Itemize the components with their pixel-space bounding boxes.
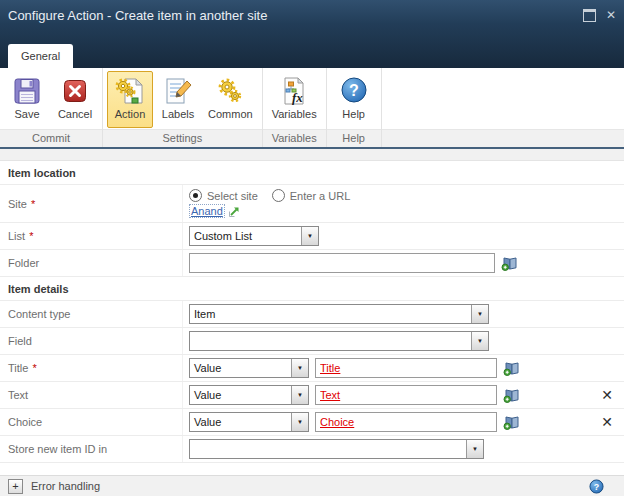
common-button[interactable]: Common	[203, 71, 258, 128]
ribbon-group-settings: Action Labels	[103, 68, 263, 147]
chevron-down-icon[interactable]	[291, 413, 308, 431]
required-asterisk: *	[29, 230, 33, 242]
lookup-icon[interactable]	[503, 415, 521, 430]
content-type-label: Content type	[0, 301, 183, 327]
save-icon	[11, 75, 43, 107]
action-label: Action	[115, 108, 146, 120]
group-label-variables: Variables	[263, 129, 326, 147]
required-asterisk: *	[31, 198, 35, 210]
help-label: Help	[342, 108, 365, 120]
site-link[interactable]: Anand	[189, 204, 225, 218]
choice-label: Choice	[0, 409, 183, 435]
field-row: Field	[0, 328, 624, 355]
list-label: List *	[0, 223, 183, 249]
store-item-id-row: Store new item ID in	[0, 436, 624, 463]
ribbon: Save Cancel Commit	[0, 68, 624, 149]
tab-general[interactable]: General	[8, 44, 73, 68]
remove-row-icon[interactable]	[597, 414, 617, 430]
lookup-icon[interactable]	[501, 256, 519, 271]
site-label: Site *	[0, 185, 183, 222]
store-item-id-label: Store new item ID in	[0, 436, 183, 462]
folder-input[interactable]	[189, 253, 495, 273]
labels-label: Labels	[162, 108, 194, 120]
chevron-down-icon[interactable]	[291, 359, 308, 377]
save-label: Save	[14, 108, 39, 120]
list-row: List * Custom List	[0, 223, 624, 250]
title-row: Title * Value	[0, 355, 624, 382]
text-value-input[interactable]	[315, 385, 497, 405]
error-handling-bar: Error handling ?	[0, 475, 624, 496]
enter-url-radio[interactable]: Enter a URL	[272, 189, 351, 202]
close-icon[interactable]: ✕	[606, 9, 616, 21]
title-source-select[interactable]: Value	[189, 358, 309, 378]
chevron-down-icon[interactable]	[471, 332, 488, 350]
expand-icon[interactable]	[8, 479, 23, 494]
choice-source-select[interactable]: Value	[189, 412, 309, 432]
section-heading-item-location: Item location	[0, 161, 624, 185]
ribbon-group-help: ? Help Help	[327, 68, 382, 147]
folder-label: Folder	[0, 250, 183, 276]
cancel-icon	[59, 75, 91, 107]
chevron-down-icon[interactable]	[291, 386, 308, 404]
variables-button[interactable]: fx Variables	[267, 71, 322, 128]
svg-text:fx: fx	[292, 90, 303, 105]
ribbon-group-commit: Save Cancel Commit	[0, 68, 103, 147]
cancel-label: Cancel	[58, 108, 92, 120]
common-icon	[214, 75, 246, 107]
action-button[interactable]: Action	[107, 71, 153, 128]
lookup-icon[interactable]	[503, 388, 521, 403]
select-site-radio[interactable]: Select site	[189, 189, 258, 202]
help-button[interactable]: ? Help	[331, 71, 377, 128]
action-form: Item location Site * Select site Enter a…	[0, 161, 624, 475]
chevron-down-icon[interactable]	[301, 227, 318, 245]
choice-row: Choice Value	[0, 409, 624, 436]
maximize-icon[interactable]	[583, 9, 596, 22]
title-label: Title *	[0, 355, 183, 381]
action-icon	[114, 75, 146, 107]
radio-unselected-icon[interactable]	[272, 189, 285, 202]
ribbon-shadow-band	[0, 149, 624, 161]
text-label: Text	[0, 382, 183, 408]
group-label-settings: Settings	[103, 129, 262, 147]
group-label-help: Help	[327, 129, 381, 147]
site-row: Site * Select site Enter a URL Anand	[0, 185, 624, 223]
help-circle-icon[interactable]: ?	[589, 479, 604, 494]
text-row: Text Value	[0, 382, 624, 409]
choice-value-input[interactable]	[315, 412, 497, 432]
external-link-icon	[228, 205, 241, 218]
titlebar: Configure Action - Create item in anothe…	[0, 0, 624, 30]
labels-icon	[162, 75, 194, 107]
chevron-down-icon[interactable]	[466, 440, 483, 458]
folder-row: Folder	[0, 250, 624, 277]
labels-button[interactable]: Labels	[155, 71, 201, 128]
text-source-select[interactable]: Value	[189, 385, 309, 405]
required-asterisk: *	[32, 362, 36, 374]
content-type-row: Content type Item	[0, 301, 624, 328]
svg-text:?: ?	[349, 82, 359, 99]
error-handling-label: Error handling	[31, 480, 581, 492]
variables-icon: fx	[278, 75, 310, 107]
cancel-button[interactable]: Cancel	[52, 71, 98, 128]
ribbon-filler	[382, 68, 624, 147]
field-label: Field	[0, 328, 183, 354]
remove-row-icon[interactable]	[597, 387, 617, 403]
content-type-select[interactable]: Item	[189, 304, 489, 324]
list-select[interactable]: Custom List	[189, 226, 319, 246]
radio-selected-icon[interactable]	[189, 189, 202, 202]
lookup-icon[interactable]	[503, 361, 521, 376]
help-icon: ?	[338, 75, 370, 107]
window-title: Configure Action - Create item in anothe…	[8, 8, 583, 23]
group-label-commit: Commit	[0, 129, 102, 147]
tab-strip: General	[0, 44, 624, 68]
configure-action-dialog: Configure Action - Create item in anothe…	[0, 0, 624, 496]
store-item-id-select[interactable]	[189, 439, 484, 459]
variables-label: Variables	[272, 108, 317, 120]
svg-text:?: ?	[594, 481, 599, 491]
save-button[interactable]: Save	[4, 71, 50, 128]
section-heading-item-details: Item details	[0, 277, 624, 301]
chevron-down-icon[interactable]	[471, 305, 488, 323]
field-select[interactable]	[189, 331, 489, 351]
title-value-input[interactable]	[315, 358, 497, 378]
common-label: Common	[208, 108, 253, 120]
dialog-header: Configure Action - Create item in anothe…	[0, 0, 624, 68]
